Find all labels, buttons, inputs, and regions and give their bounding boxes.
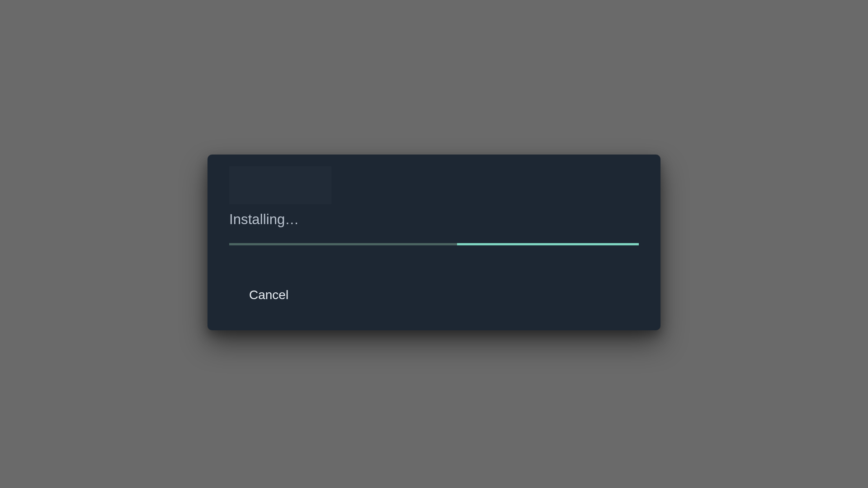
install-dialog: Installing… Cancel	[208, 155, 660, 330]
cancel-button[interactable]: Cancel	[229, 280, 307, 310]
install-progress-bar	[229, 243, 639, 245]
install-status-text: Installing…	[229, 211, 639, 228]
app-icon-placeholder	[229, 166, 331, 204]
progress-indicator-segment	[457, 243, 639, 245]
